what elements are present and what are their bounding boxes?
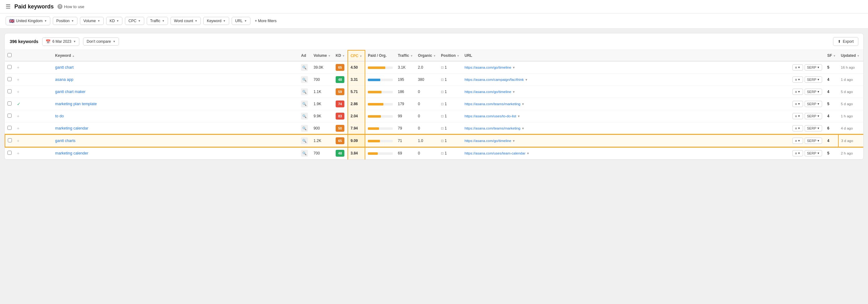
row-checkbox[interactable] [7,151,11,155]
filter-action-btn[interactable]: ≡ ▼ [793,125,803,131]
word-count-filter[interactable]: Word count ▼ [170,17,201,25]
keyword-cell[interactable]: to do [53,110,299,122]
add-btn-cell[interactable]: + [14,147,53,160]
compare-btn[interactable]: Don't compare ▼ [83,37,119,45]
keyword-cell[interactable]: marketing calender [53,147,299,160]
row-checkbox[interactable] [8,138,12,142]
volume-filter[interactable]: Volume ▼ [80,17,104,25]
ad-cell[interactable]: 🔍 [299,74,311,86]
date-filter-btn[interactable]: 📅 6 Mar 2023 ▼ [42,37,80,46]
th-kd[interactable]: KD ▼ [333,50,348,61]
url-filter[interactable]: URL ▼ [232,17,250,25]
row-checkbox[interactable] [7,89,11,93]
url-cell[interactable]: https://asana.com/go/timeline ▼ [462,61,790,74]
th-updated[interactable]: Updated ▼ [838,50,863,61]
th-sf[interactable]: SF ▼ [825,50,838,61]
add-icon[interactable]: + [17,77,19,82]
row-checkbox-cell[interactable] [5,86,14,98]
add-btn-cell[interactable]: + [14,135,53,147]
row-checkbox-cell[interactable] [5,122,14,135]
row-checkbox[interactable] [7,113,11,118]
row-checkbox-cell[interactable] [5,61,14,74]
keyword-cell[interactable]: gantt chart [53,61,299,74]
select-all-checkbox[interactable] [7,53,11,57]
keyword-cell[interactable]: gantt chart maker [53,86,299,98]
keyword-cell[interactable]: gantt charts [53,135,299,147]
add-btn-cell[interactable]: + [14,74,53,86]
serp-btn[interactable]: SERP ▼ [805,76,823,83]
add-icon[interactable]: + [17,151,19,156]
row-checkbox-cell[interactable] [5,147,14,160]
th-organic[interactable]: Organic ▼ [415,50,439,61]
traffic-filter[interactable]: Traffic ▼ [147,17,168,25]
position-filter[interactable]: Position ▼ [53,17,78,25]
add-btn-cell[interactable]: + [14,61,53,74]
serp-btn[interactable]: SERP ▼ [805,101,823,107]
search-icon[interactable]: 🔍 [301,88,308,95]
row-checkbox-cell[interactable] [5,135,14,147]
keyword-cell[interactable]: marketing calendar [53,122,299,135]
ad-cell[interactable]: 🔍 [299,86,311,98]
cpc-filter[interactable]: CPC ▼ [125,17,144,25]
th-traffic[interactable]: Traffic ▼ [395,50,415,61]
filter-action-btn[interactable]: ≡ ▼ [793,150,803,156]
url-cell[interactable]: https://asana.com/teams/marketing ▼ [462,98,790,110]
ad-cell[interactable]: 🔍 [299,122,311,135]
th-paid-org[interactable]: Paid / Org. [365,50,395,61]
row-checkbox[interactable] [7,77,11,81]
serp-btn[interactable]: SERP ▼ [805,113,823,119]
filter-action-btn[interactable]: ≡ ▼ [793,64,803,71]
search-icon[interactable]: 🔍 [301,113,308,120]
export-btn[interactable]: ⬆ Export [833,37,858,46]
th-volume[interactable]: Volume ▼ [311,50,333,61]
url-cell[interactable]: https://asana.com/go/timeline ▼ [462,86,790,98]
serp-btn[interactable]: SERP ▼ [805,64,823,71]
add-btn-cell[interactable]: + [14,86,53,98]
menu-icon[interactable]: ☰ [6,3,11,10]
filter-action-btn[interactable]: ≡ ▼ [793,76,803,83]
serp-btn[interactable]: SERP ▼ [805,89,823,95]
ad-cell[interactable]: 🔍 [299,98,311,110]
th-url[interactable]: URL [462,50,790,61]
search-icon[interactable]: 🔍 [301,125,308,132]
country-filter[interactable]: 🇬🇧 United Kingdom ▼ [6,16,50,25]
ad-cell[interactable]: 🔍 [299,147,311,160]
search-icon[interactable]: 🔍 [301,101,308,107]
serp-btn[interactable]: SERP ▼ [805,150,823,156]
add-icon[interactable]: ✓ [17,101,21,106]
url-cell[interactable]: https://asana.com/uses/to-do-list ▼ [462,110,790,122]
filter-action-btn[interactable]: ≡ ▼ [793,89,803,95]
filter-action-btn[interactable]: ≡ ▼ [793,101,803,107]
add-btn-cell[interactable]: + [14,122,53,135]
row-checkbox[interactable] [7,65,11,69]
add-icon[interactable]: + [17,89,19,94]
keyword-filter[interactable]: Keyword ▼ [203,17,229,25]
ad-cell[interactable]: 🔍 [299,61,311,74]
serp-btn[interactable]: SERP ▼ [805,138,823,144]
row-checkbox-cell[interactable] [5,110,14,122]
url-cell[interactable]: https://asana.com/campaign/fac/think ▼ [462,74,790,86]
url-cell[interactable]: https://asana.com/uses/team-calendar ▼ [462,147,790,160]
add-icon[interactable]: + [17,126,19,131]
search-icon[interactable]: 🔍 [301,76,308,83]
row-checkbox[interactable] [7,101,11,105]
kd-filter[interactable]: KD ▼ [106,17,123,25]
ad-cell[interactable]: 🔍 [299,110,311,122]
add-btn-cell[interactable]: + [14,110,53,122]
th-keyword[interactable]: Keyword ▲ [53,50,299,61]
keyword-cell[interactable]: marketing plan template [53,98,299,110]
filter-action-btn[interactable]: ≡ ▼ [793,113,803,119]
add-icon[interactable]: + [17,113,19,119]
url-cell[interactable]: https://asana.com/teams/marketing ▼ [462,122,790,135]
url-cell[interactable]: https://asana.com/go/timeline ▼ [462,135,790,147]
more-filters-btn[interactable]: + More filters [253,17,279,25]
serp-btn[interactable]: SERP ▼ [805,125,823,131]
search-icon[interactable]: 🔍 [301,150,308,157]
add-btn-cell[interactable]: ✓ [14,98,53,110]
th-ad[interactable]: Ad [299,50,311,61]
add-icon[interactable]: + [17,138,19,143]
keyword-cell[interactable]: asana app [53,74,299,86]
search-icon[interactable]: 🔍 [301,64,308,71]
how-to-use-link[interactable]: ? How to use [57,4,84,9]
th-position[interactable]: Position ▼ [438,50,462,61]
